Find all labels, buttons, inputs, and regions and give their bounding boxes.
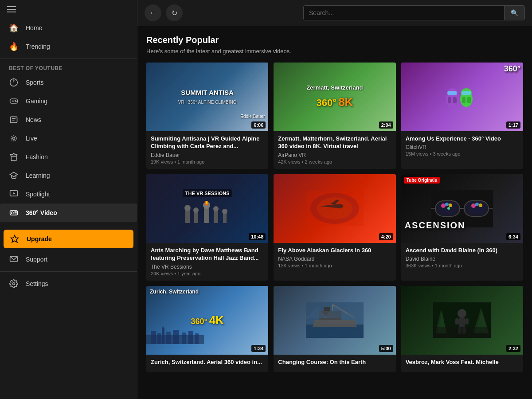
- back-button[interactable]: ←: [145, 4, 161, 21]
- sidebar-item-sports[interactable]: Sports: [0, 73, 137, 92]
- video-channel-2: AirPano VR: [278, 152, 391, 158]
- video-card-5[interactable]: 4:20 Fly Above Alaskan Glaciers in 360 N…: [274, 174, 395, 281]
- spotlight-icon: [9, 189, 19, 199]
- video-channel-3: GlitchVR: [406, 144, 519, 150]
- video-meta-5: 13K views • 1 month ago: [278, 263, 391, 268]
- search-container: 🔍: [303, 5, 525, 20]
- gaming-icon: [9, 96, 19, 106]
- search-input[interactable]: [304, 6, 504, 20]
- video-meta-4: 24K views • 1 year ago: [151, 271, 264, 276]
- sidebar-gaming-label: Gaming: [26, 98, 47, 105]
- video-title-4: Ants Marching by Dave Matthews Band feat…: [151, 246, 264, 262]
- sidebar-spotlight-label: Spotlight: [26, 191, 50, 198]
- duration-badge-5: 4:20: [379, 233, 393, 240]
- sidebar-news-label: News: [26, 116, 41, 123]
- trending-icon: 🔥: [9, 42, 19, 51]
- duration-badge-7: 1:34: [251, 345, 266, 352]
- sidebar-sports-label: Sports: [26, 79, 43, 86]
- sidebar-item-support[interactable]: Support: [0, 250, 137, 269]
- sidebar-item-upgrade[interactable]: Upgrade: [4, 230, 133, 248]
- news-icon: [9, 115, 19, 125]
- video-title-6: Ascend with David Blaine (In 360): [406, 246, 519, 254]
- video-title-3: Among Us Experience - 360° Video: [406, 135, 519, 143]
- search-button[interactable]: 🔍: [504, 6, 524, 20]
- video-meta-1: 19K views • 1 month ago: [151, 159, 264, 164]
- duration-badge-1: 6:06: [251, 121, 266, 129]
- sidebar-item-home[interactable]: 🏠 Home: [0, 19, 137, 37]
- sidebar-settings-label: Settings: [26, 280, 48, 287]
- section-title: Recently Popular: [146, 35, 523, 45]
- video-meta-3: 15M views • 3 weeks ago: [406, 151, 519, 156]
- duration-badge-6: 6:34: [506, 233, 520, 240]
- sidebar-item-live[interactable]: Live: [0, 129, 137, 148]
- video-channel-1: Eddie Bauer: [151, 152, 264, 158]
- fashion-icon: [9, 152, 19, 162]
- video-grid: SUMMIT ANTISA VR | 360° ALPINE CLIMBING …: [146, 63, 523, 372]
- sidebar-item-gaming[interactable]: Gaming: [0, 92, 137, 110]
- home-icon: 🏠: [9, 23, 19, 33]
- hamburger-menu[interactable]: [7, 6, 16, 12]
- video-title-8: Changing Course: On this Earth: [278, 358, 391, 366]
- sidebar-item-learning[interactable]: Learning: [0, 166, 137, 185]
- sidebar-item-fashion[interactable]: Fashion: [0, 148, 137, 166]
- main-area: ← ↻ 🔍 Recently Popular Here's some of th…: [137, 0, 532, 399]
- video-card-6[interactable]: Tube Originals ASCENSION 6:34 Ascend wit…: [401, 174, 523, 281]
- video-card-9[interactable]: 2:32 Vesbroz, Mark Voss Feat. Michelle: [401, 286, 523, 372]
- sidebar-item-360video[interactable]: 360° Video: [0, 203, 137, 222]
- svg-point-5: [16, 101, 16, 102]
- topbar: ← ↻ 🔍: [137, 0, 532, 26]
- best-of-youtube-label: BEST OF YOUTUBE: [0, 62, 137, 73]
- sidebar-fashion-label: Fashion: [26, 153, 48, 160]
- sidebar-live-label: Live: [26, 135, 37, 142]
- video-card-8[interactable]: 5:00 Changing Course: On this Earth: [274, 286, 395, 372]
- sidebar-home-label: Home: [26, 24, 42, 31]
- video-channel-5: NASA Goddard: [278, 256, 391, 262]
- live-icon: [9, 133, 19, 143]
- svg-point-10: [11, 136, 16, 141]
- video-meta-6: 363K views • 1 month ago: [406, 263, 519, 268]
- sidebar-item-news[interactable]: News: [0, 110, 137, 129]
- svg-rect-11: [11, 156, 16, 160]
- sidebar-upgrade-label: Upgrade: [27, 235, 52, 243]
- video-meta-2: 42K views • 2 weeks ago: [278, 159, 391, 164]
- divider-2: [0, 225, 137, 225]
- section-subtitle: Here's some of the latest and greatest i…: [146, 48, 523, 55]
- video-title-2: Zermatt, Matterhorn, Switzerland. Aerial…: [278, 135, 391, 150]
- svg-point-21: [13, 283, 15, 285]
- sidebar-item-spotlight[interactable]: Spotlight: [0, 185, 137, 203]
- video-title-5: Fly Above Alaskan Glaciers in 360: [278, 246, 391, 254]
- sidebar-360video-label: 360° Video: [26, 209, 57, 216]
- svg-marker-19: [11, 235, 19, 243]
- support-icon: [9, 254, 19, 264]
- svg-point-15: [11, 212, 13, 214]
- video-card-2[interactable]: Zermatt, Switzerland 360° 8K 2:04 Zermat…: [274, 63, 395, 169]
- svg-point-9: [13, 137, 15, 140]
- sidebar-learning-label: Learning: [26, 172, 50, 179]
- video-title-9: Vesbroz, Mark Voss Feat. Michelle: [406, 358, 519, 366]
- 360video-icon: [9, 208, 19, 218]
- video-channel-6: David Blaine: [406, 256, 519, 262]
- divider-3: [0, 271, 137, 272]
- video-title-1: Summiting Antisana | VR Guided Alpine Cl…: [151, 135, 264, 150]
- video-title-7: Zurich, Switzerland. Aerial 360 video in…: [151, 358, 264, 366]
- duration-badge-2: 2:04: [379, 121, 393, 129]
- settings-icon: [9, 279, 19, 289]
- svg-marker-13: [13, 192, 15, 195]
- video-card-4[interactable]: THE VR SESSIONS: [146, 174, 268, 281]
- duration-badge-4: 10:48: [249, 233, 266, 240]
- sidebar-item-trending[interactable]: 🔥 Trending: [0, 37, 137, 56]
- duration-badge-9: 2:32: [506, 345, 520, 352]
- sidebar-support-label: Support: [26, 256, 47, 263]
- upgrade-icon: [10, 234, 20, 244]
- video-channel-4: The VR Sessions: [151, 264, 264, 270]
- content-area: Recently Popular Here's some of the late…: [137, 26, 532, 399]
- refresh-button[interactable]: ↻: [166, 4, 183, 21]
- sports-icon: [9, 78, 19, 87]
- video-card-7[interactable]: Zurich, Switzerland 360° 4K: [146, 286, 268, 372]
- sidebar-item-settings[interactable]: Settings: [0, 274, 137, 293]
- sidebar-trending-label: Trending: [26, 43, 50, 50]
- divider-1: [0, 59, 137, 59]
- video-card-3[interactable]: 360° 1:17 Among Us Experience - 360° Vid…: [401, 63, 523, 169]
- video-card-1[interactable]: SUMMIT ANTISA VR | 360° ALPINE CLIMBING …: [146, 63, 268, 169]
- sidebar: 🏠 Home 🔥 Trending BEST OF YOUTUBE Sports…: [0, 0, 137, 399]
